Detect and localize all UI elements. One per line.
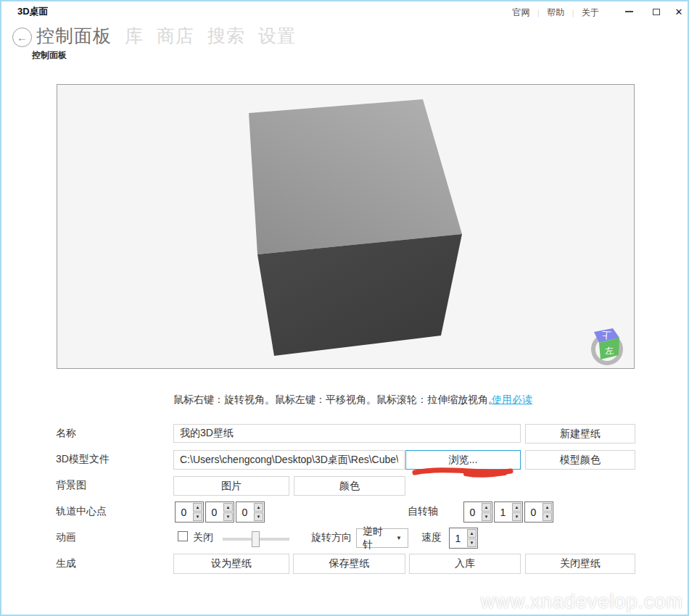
generate-label: 生成 (56, 557, 76, 570)
model-file-label: 3D模型文件 (56, 453, 110, 466)
spinner-value: 0 (176, 502, 192, 522)
titlebar-separator: ｜ (535, 8, 542, 18)
orbit-z-spinner[interactable]: 0 ▲▼ (236, 501, 265, 523)
red-underline-annotation (408, 464, 518, 481)
spinner-up-icon[interactable]: ▲ (467, 529, 476, 538)
orientation-gizmo[interactable]: 上 左 (585, 327, 629, 370)
save-wallpaper-button[interactable]: 保存壁纸 (293, 554, 405, 574)
spinner-down-icon[interactable]: ▼ (542, 512, 552, 521)
spinner-down-icon[interactable]: ▼ (254, 512, 263, 521)
app-title: 3D桌面 (17, 5, 49, 18)
orbit-x-spinner[interactable]: 0 ▲▼ (175, 501, 204, 523)
orbit-center-label: 轨道中心点 (56, 505, 107, 518)
cube-top-face (249, 99, 462, 254)
spinner-value: 0 (464, 502, 481, 522)
speed-spinner[interactable]: 1 ▲▼ (449, 528, 478, 549)
set-wallpaper-button[interactable]: 设为壁纸 (173, 554, 289, 574)
breadcrumb: 控制面板 (32, 49, 67, 62)
close-button[interactable]: ✕ (670, 4, 688, 19)
spinner-value: 1 (450, 528, 466, 548)
watermark: www.xnadevelop.com (481, 591, 683, 613)
tab-control-panel[interactable]: 控制面板 (36, 24, 112, 48)
titlebar-link-official[interactable]: 官网 (512, 7, 529, 19)
cube-3d-render (57, 85, 634, 368)
add-to-library-button[interactable]: 入库 (409, 554, 521, 574)
spinner-down-icon[interactable]: ▼ (482, 512, 491, 521)
back-arrow-icon: ← (17, 31, 28, 43)
tab-search[interactable]: 搜索 (207, 24, 245, 48)
spinner-up-icon[interactable]: ▲ (223, 503, 233, 512)
rotation-direction-value: 逆时针 (363, 525, 392, 552)
maximize-icon (653, 9, 660, 15)
spinner-up-icon[interactable]: ▲ (254, 503, 263, 512)
tab-store[interactable]: 商店 (157, 24, 194, 48)
close-wallpaper-button[interactable]: 关闭壁纸 (525, 554, 635, 574)
model-color-button[interactable]: 模型颜色 (525, 450, 635, 470)
viewport-3d[interactable]: 上 左 (57, 84, 635, 369)
usage-guide-link[interactable]: 使用必读 (492, 394, 532, 407)
spinner-value: 0 (236, 502, 253, 522)
new-wallpaper-button[interactable]: 新建壁纸 (525, 424, 635, 444)
gizmo-top-label: 上 (601, 330, 611, 341)
spinner-value: 0 (525, 502, 542, 522)
axis-y-spinner[interactable]: 1 ▲▼ (494, 501, 523, 523)
nav-tabs: 控制面板 库 商店 搜索 设置 (36, 24, 296, 48)
spinner-up-icon[interactable]: ▲ (512, 503, 521, 512)
wallpaper-name-input[interactable] (173, 424, 521, 443)
animation-slider-thumb[interactable] (252, 531, 260, 547)
titlebar-separator: ｜ (569, 8, 577, 18)
spinner-value: 1 (495, 502, 511, 522)
spinner-down-icon[interactable]: ▼ (223, 512, 233, 521)
animation-off-checkbox-label: 关闭 (193, 531, 213, 544)
mouse-help-text: 鼠标右键：旋转视角。鼠标左键：平移视角。鼠标滚轮：拉伸缩放视角。 (173, 394, 498, 407)
tab-settings[interactable]: 设置 (258, 24, 296, 48)
background-label: 背景图 (56, 479, 86, 492)
axis-z-spinner[interactable]: 0 ▲▼ (524, 501, 553, 523)
titlebar-links: 官网 ｜ 帮助 ｜ 关于 (512, 7, 599, 19)
spinner-up-icon[interactable]: ▲ (482, 503, 491, 512)
tab-library[interactable]: 库 (125, 24, 144, 48)
maximize-button[interactable] (648, 4, 665, 19)
animation-off-checkbox[interactable] (178, 531, 188, 541)
animation-label: 动画 (56, 531, 76, 544)
spinner-up-icon[interactable]: ▲ (193, 503, 202, 512)
spinner-value: 0 (206, 502, 223, 522)
orbit-y-spinner[interactable]: 0 ▲▼ (205, 501, 234, 523)
spinner-down-icon[interactable]: ▼ (512, 512, 521, 521)
speed-label: 速度 (421, 531, 442, 544)
background-picture-button[interactable]: 图片 (173, 476, 289, 496)
spinner-down-icon[interactable]: ▼ (193, 512, 202, 521)
name-label: 名称 (56, 427, 76, 440)
model-path-input[interactable] (173, 450, 405, 470)
rotation-direction-label: 旋转方向 (311, 531, 352, 544)
chevron-down-icon: ▼ (396, 535, 402, 541)
titlebar-link-help[interactable]: 帮助 (547, 7, 564, 19)
back-button[interactable]: ← (12, 28, 32, 47)
axis-x-spinner[interactable]: 0 ▲▼ (463, 501, 492, 523)
minimize-button[interactable] (620, 4, 638, 19)
rotation-direction-dropdown[interactable]: 逆时针 ▼ (356, 528, 408, 548)
background-color-button[interactable]: 颜色 (294, 476, 405, 496)
spinner-down-icon[interactable]: ▼ (467, 538, 476, 547)
spinner-up-icon[interactable]: ▲ (542, 503, 552, 512)
app-window: 3D桌面 官网 ｜ 帮助 ｜ 关于 ✕ ← 控制面板 库 商店 搜索 设置 控制… (0, 0, 689, 616)
rotation-axis-label: 自转轴 (408, 505, 438, 518)
minimize-icon (625, 11, 633, 12)
gizmo-front-label: 左 (603, 345, 614, 356)
titlebar-link-about[interactable]: 关于 (582, 7, 599, 19)
cube-front-face (257, 234, 462, 356)
